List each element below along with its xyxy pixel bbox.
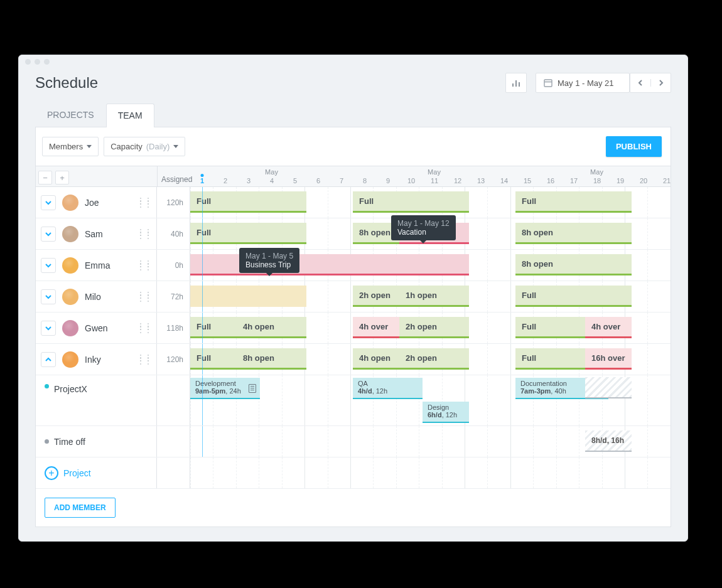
drag-handle-icon[interactable]: ⋮⋮⋮⋮ <box>136 200 151 206</box>
timeoff-block[interactable] <box>585 377 632 398</box>
date-next-button[interactable] <box>650 79 671 87</box>
date-prev-button[interactable] <box>630 79 650 87</box>
note-icon[interactable] <box>249 384 256 393</box>
capacity-block[interactable]: Full <box>190 223 306 244</box>
task-block[interactable]: QA4h/d, 12h <box>353 378 423 399</box>
expand-member-button[interactable] <box>41 227 56 242</box>
avatar <box>62 195 78 211</box>
day-header[interactable]: 18 <box>585 176 608 186</box>
date-range-picker[interactable]: May 1 - May 21 <box>536 73 630 93</box>
traffic-light[interactable] <box>35 59 40 65</box>
drag-handle-icon[interactable]: ⋮⋮⋮⋮ <box>136 356 151 363</box>
svg-rect-3 <box>544 80 552 87</box>
day-header[interactable]: 21 <box>655 176 678 186</box>
bullet-icon <box>45 439 49 444</box>
add-project-row[interactable]: + Project <box>36 457 671 489</box>
avatar <box>62 226 78 242</box>
tooltip: May 1 - May 12Vacation <box>391 215 456 240</box>
capacity-block[interactable]: 2h open <box>399 348 469 370</box>
expand-member-button[interactable] <box>41 195 56 210</box>
day-header[interactable]: 9 <box>376 176 399 186</box>
day-header[interactable]: 16 <box>539 176 562 186</box>
day-header[interactable]: 15 <box>515 176 539 186</box>
expand-member-button[interactable] <box>41 289 56 304</box>
calendar-icon <box>544 78 552 87</box>
day-header[interactable]: 2 <box>213 176 237 186</box>
tab-projects[interactable]: PROJECTS <box>35 103 106 127</box>
capacity-block[interactable]: 2h open <box>353 286 399 307</box>
capacity-block[interactable]: 8h open <box>515 223 562 244</box>
timeoff-block[interactable]: 8h/d, 16h <box>585 430 632 452</box>
traffic-light[interactable] <box>44 59 50 65</box>
day-header[interactable]: 20 <box>632 176 655 186</box>
capacity-block[interactable]: 2h open <box>399 317 469 338</box>
sub-row-label: ProjectX <box>54 384 151 394</box>
capacity-block[interactable]: 4h open <box>353 348 399 370</box>
day-header[interactable]: 10 <box>399 176 423 186</box>
stats-button[interactable] <box>505 73 527 93</box>
traffic-light[interactable] <box>25 59 31 65</box>
day-header[interactable]: 8 <box>353 176 376 186</box>
capacity-block[interactable]: Full <box>515 348 585 370</box>
capacity-block[interactable]: Full <box>515 286 632 307</box>
avatar <box>62 289 78 305</box>
day-header[interactable]: 7 <box>330 176 353 186</box>
day-header[interactable]: 11 <box>423 176 446 186</box>
sub-row: ProjectX Development9am-5pm, 24h QA4h/d,… <box>36 375 671 426</box>
sub-row-label: Time off <box>54 437 151 447</box>
expand-all-button[interactable]: + <box>55 171 69 184</box>
capacity-block[interactable]: Full <box>190 317 237 338</box>
add-member-button[interactable]: ADD MEMBER <box>45 498 116 518</box>
day-header[interactable]: 19 <box>608 176 632 186</box>
task-block[interactable]: Design6h/d, 12h <box>423 402 469 423</box>
capacity-block[interactable] <box>190 286 306 307</box>
publish-button[interactable]: PUBLISH <box>606 136 662 157</box>
capacity-block[interactable]: 16h over <box>585 348 632 370</box>
capacity-block[interactable]: 4h over <box>353 317 399 338</box>
expand-member-button[interactable] <box>41 352 56 367</box>
assigned-hours: 120h <box>157 187 190 218</box>
day-header[interactable]: 12 <box>446 176 469 186</box>
tab-team[interactable]: TEAM <box>106 104 154 127</box>
drag-handle-icon[interactable]: ⋮⋮⋮⋮ <box>136 231 151 237</box>
capacity-block[interactable] <box>190 254 469 275</box>
capacity-block[interactable]: 4h open <box>237 317 306 338</box>
day-header[interactable]: 5 <box>283 176 306 186</box>
day-header[interactable]: 13 <box>469 176 492 186</box>
day-header[interactable]: 1 <box>190 176 213 186</box>
assigned-hours: 0h <box>157 250 190 281</box>
task-block[interactable]: Development9am-5pm, 24h <box>190 378 260 399</box>
capacity-block[interactable]: Full <box>515 191 632 213</box>
capacity-block[interactable] <box>562 223 632 244</box>
member-row: Milo ⋮⋮⋮⋮ 72h 2h open1h openFull <box>36 281 671 313</box>
member-name: Emma <box>85 260 130 270</box>
capacity-block[interactable]: Full <box>190 191 306 213</box>
expand-member-button[interactable] <box>41 258 56 273</box>
capacity-block[interactable]: 4h over <box>585 317 632 338</box>
day-header[interactable]: 17 <box>562 176 585 186</box>
day-header[interactable]: 6 <box>306 176 330 186</box>
members-filter-dropdown[interactable]: Members <box>42 137 99 156</box>
expand-member-button[interactable] <box>41 321 56 336</box>
assigned-hours: 118h <box>157 313 190 343</box>
capacity-dropdown[interactable]: Capacity (Daily) <box>104 137 185 156</box>
capacity-block[interactable]: 8h open <box>237 348 306 370</box>
drag-handle-icon[interactable]: ⋮⋮⋮⋮ <box>136 294 151 300</box>
drag-handle-icon[interactable]: ⋮⋮⋮⋮ <box>136 325 151 331</box>
capacity-block[interactable]: 1h open <box>399 286 469 307</box>
member-name: Sam <box>85 229 130 239</box>
capacity-block[interactable]: Full <box>353 191 469 213</box>
day-header[interactable]: 14 <box>492 176 515 186</box>
drag-handle-icon[interactable]: ⋮⋮⋮⋮ <box>136 262 151 269</box>
member-name: Gwen <box>85 323 130 333</box>
member-row: Inky ⋮⋮⋮⋮ 120h Full8h open4h open2h open… <box>36 344 671 375</box>
collapse-all-button[interactable]: − <box>38 171 52 184</box>
day-header[interactable]: 4 <box>260 176 283 186</box>
capacity-block[interactable]: Full <box>515 317 585 338</box>
member-name: Joe <box>85 198 130 208</box>
day-header[interactable]: 3 <box>237 176 260 186</box>
avatar <box>62 320 78 336</box>
capacity-block[interactable] <box>562 254 632 275</box>
capacity-block[interactable]: 8h open <box>515 254 562 275</box>
capacity-block[interactable]: Full <box>190 348 237 370</box>
